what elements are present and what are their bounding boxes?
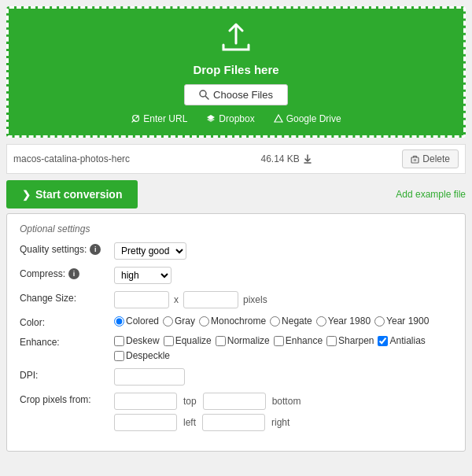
color-radio-group: Colored Gray Monochrome Negate Year 1980… <box>114 315 429 327</box>
color-radio-negate[interactable] <box>270 316 280 327</box>
compress-row: Compress: i high medium low <box>20 267 452 284</box>
dpi-row: DPI: <box>20 368 452 386</box>
change-size-label: Change Size: <box>20 291 106 304</box>
x-separator: x <box>174 294 179 305</box>
google-drive-icon <box>274 114 283 124</box>
enhance-equalize[interactable]: Equalize <box>164 335 212 346</box>
quality-select[interactable]: Pretty good Good Better Best <box>114 242 186 260</box>
crop-bottom-input[interactable] <box>203 393 266 410</box>
link-icon <box>131 114 140 124</box>
file-name: macos-catalina-photos-herc <box>13 153 171 164</box>
color-radio-year1900[interactable] <box>374 316 385 327</box>
despeckle-checkbox[interactable] <box>114 351 124 361</box>
compress-content: high medium low <box>114 267 452 284</box>
enhance-despeckle[interactable]: Despeckle <box>114 350 170 361</box>
color-content: Colored Gray Monochrome Negate Year 1980… <box>114 315 452 327</box>
sharpen-checkbox[interactable] <box>326 336 337 346</box>
color-radio-year1980[interactable] <box>316 316 326 327</box>
enhance-checkbox[interactable] <box>274 336 284 346</box>
source-links: Enter URL Dropbox Google Drive <box>24 113 448 124</box>
color-option-gray[interactable]: Gray <box>163 315 195 327</box>
enhance-content: Deskew Equalize Normalize Enhance Sharpe… <box>114 335 452 361</box>
color-radio-monochrome[interactable] <box>199 316 209 327</box>
google-drive-link[interactable]: Google Drive <box>274 113 341 124</box>
dpi-label: DPI: <box>20 368 106 381</box>
crop-row: Crop pixels from: top bottom left right <box>20 393 452 431</box>
dpi-content <box>114 368 452 386</box>
crop-right-label: right <box>271 417 289 428</box>
width-input[interactable] <box>114 291 169 308</box>
enhance-normalize[interactable]: Normalize <box>216 335 270 346</box>
crop-bottom-label: bottom <box>272 396 301 407</box>
optional-settings-panel: Optional settings Quality settings: i Pr… <box>6 213 466 452</box>
change-size-content: x pixels <box>114 291 452 308</box>
crop-grid: top bottom left right <box>114 393 301 431</box>
normalize-checkbox[interactable] <box>216 336 226 346</box>
add-example-link[interactable]: Add example file <box>396 189 466 200</box>
enhance-checkbox-group: Deskew Equalize Normalize Enhance Sharpe… <box>114 335 452 361</box>
svg-rect-7 <box>411 157 419 163</box>
enter-url-link[interactable]: Enter URL <box>131 113 187 124</box>
delete-button[interactable]: Delete <box>402 149 459 168</box>
color-option-year1980[interactable]: Year 1980 <box>316 315 371 327</box>
settings-legend: Optional settings <box>20 223 452 234</box>
quality-info-icon[interactable]: i <box>90 244 101 255</box>
crop-left-input[interactable] <box>114 414 177 431</box>
compress-label: Compress: i <box>20 267 106 279</box>
pixels-label: pixels <box>243 294 267 305</box>
crop-content: top bottom left right <box>114 393 452 431</box>
crop-left-row: left right <box>114 414 301 431</box>
height-input[interactable] <box>183 291 238 308</box>
dropbox-link[interactable]: Dropbox <box>206 113 254 124</box>
download-icon <box>303 154 312 164</box>
search-icon <box>199 90 209 100</box>
crop-label: Crop pixels from: <box>20 393 106 405</box>
upload-icon <box>24 23 448 60</box>
color-option-negate[interactable]: Negate <box>270 315 312 327</box>
change-size-row: Change Size: x pixels <box>20 291 452 308</box>
quality-label: Quality settings: i <box>20 242 106 255</box>
crop-top-input[interactable] <box>114 393 177 410</box>
crop-left-label: left <box>183 417 196 428</box>
svg-marker-4 <box>275 115 282 122</box>
enhance-sharpen[interactable]: Sharpen <box>326 335 374 346</box>
color-row: Color: Colored Gray Monochrome Negate Ye… <box>20 315 452 328</box>
start-conversion-button[interactable]: ❯ Start conversion <box>6 180 138 208</box>
trash-icon <box>411 155 419 164</box>
dpi-input[interactable] <box>114 368 185 386</box>
quality-row: Quality settings: i Pretty good Good Bet… <box>20 242 452 260</box>
color-radio-colored[interactable] <box>114 316 124 327</box>
crop-top-row: top bottom <box>114 393 301 410</box>
crop-right-input[interactable] <box>202 414 265 431</box>
color-label: Color: <box>20 315 106 328</box>
chevron-right-icon: ❯ <box>22 189 31 201</box>
svg-point-0 <box>200 90 206 97</box>
enhance-antialias[interactable]: Antialias <box>378 335 425 346</box>
enhance-deskew[interactable]: Deskew <box>114 335 160 346</box>
compress-select[interactable]: high medium low <box>114 267 171 284</box>
equalize-checkbox[interactable] <box>164 336 174 346</box>
enhance-row: Enhance: Deskew Equalize Normalize Enhan… <box>20 335 452 361</box>
svg-line-1 <box>206 97 209 100</box>
deskew-checkbox[interactable] <box>114 336 124 346</box>
conversion-row: ❯ Start conversion Add example file <box>6 180 466 208</box>
enhance-label: Enhance: <box>20 335 106 348</box>
quality-content: Pretty good Good Better Best <box>114 242 452 260</box>
color-option-colored[interactable]: Colored <box>114 315 159 327</box>
drop-zone[interactable]: Drop Files here Choose Files Enter URL D… <box>6 6 466 138</box>
file-size: 46.14 KB <box>171 153 402 164</box>
antialias-checkbox[interactable] <box>378 336 388 346</box>
compress-info-icon[interactable]: i <box>68 268 79 279</box>
color-option-monochrome[interactable]: Monochrome <box>199 315 266 327</box>
color-option-year1900[interactable]: Year 1900 <box>374 315 429 327</box>
choose-files-button[interactable]: Choose Files <box>184 84 288 105</box>
color-radio-gray[interactable] <box>163 316 173 327</box>
crop-top-label: top <box>183 396 197 407</box>
file-row: macos-catalina-photos-herc 46.14 KB Dele… <box>6 144 466 174</box>
drop-text: Drop Files here <box>24 63 448 76</box>
enhance-enhance[interactable]: Enhance <box>274 335 323 346</box>
dropbox-icon <box>206 114 216 124</box>
